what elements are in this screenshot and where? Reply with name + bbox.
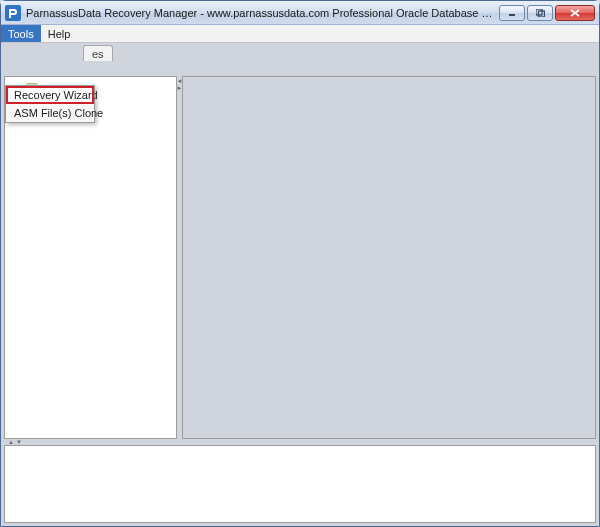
tree-panel: Database xyxy=(4,76,177,439)
maximize-button[interactable] xyxy=(527,5,553,21)
window-controls xyxy=(497,5,595,21)
tab-strip: es xyxy=(83,43,113,61)
output-panel xyxy=(4,445,596,523)
client-area: Recovery Wizard ASM File(s) Clone es xyxy=(1,43,599,526)
close-button[interactable] xyxy=(555,5,595,21)
menu-tools[interactable]: Tools xyxy=(1,25,41,42)
menu-help[interactable]: Help xyxy=(41,25,78,42)
titlebar: ParnassusData Recovery Manager - www.par… xyxy=(1,1,599,25)
menu-recovery-wizard[interactable]: Recovery Wizard xyxy=(6,86,94,104)
app-logo-icon xyxy=(5,5,21,21)
content-panel xyxy=(182,76,596,439)
menubar: Tools Help xyxy=(1,25,599,43)
tree-view[interactable]: Database xyxy=(5,77,176,438)
svg-rect-1 xyxy=(509,14,515,16)
menu-asm-files-clone[interactable]: ASM File(s) Clone xyxy=(6,104,94,122)
app-window: ParnassusData Recovery Manager - www.par… xyxy=(0,0,600,527)
window-title: ParnassusData Recovery Manager - www.par… xyxy=(26,7,497,19)
tab-partial[interactable]: es xyxy=(83,45,113,61)
tools-dropdown: Recovery Wizard ASM File(s) Clone xyxy=(5,85,95,123)
minimize-button[interactable] xyxy=(499,5,525,21)
